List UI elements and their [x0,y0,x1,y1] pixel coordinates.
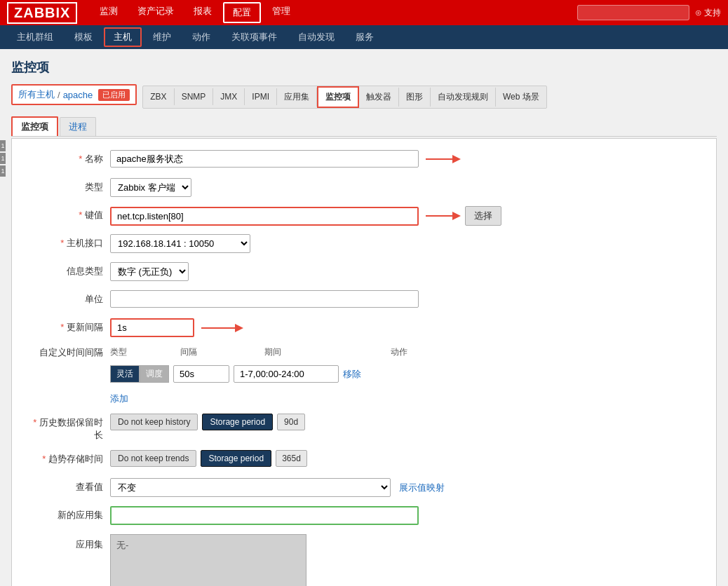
new-app-input[interactable] [110,506,419,525]
trends-value: 365d [276,450,307,467]
ci-header-period: 期间 [264,346,377,358]
ci-header-sep2 [250,346,264,358]
subtab-process[interactable]: 进程 [60,117,96,136]
interval-type-schedule[interactable]: 调度 [140,365,169,383]
custom-interval-add-container: 添加 [110,393,128,405]
zabbix-logo: ZABBIX [7,2,77,24]
valuemap-select[interactable]: 不变 [110,478,391,497]
nav-events[interactable]: 关联项事件 [222,27,287,47]
unit-label: 单位 [26,290,110,306]
tab-monitors[interactable]: 监控项 [317,86,359,108]
app-list-box: 无- [110,534,306,586]
left-ind-3: 1 [0,165,6,177]
nav-discovery[interactable]: 自动发现 [288,27,344,47]
trends-row: 趋势存储时间 Do not keep trends Storage period… [26,450,702,470]
history-row: 历史数据保留时长 Do not keep history Storage per… [26,414,702,442]
history-no-keep-button[interactable]: Do not keep history [110,414,198,430]
trends-storage-button[interactable]: Storage period [201,450,271,467]
ci-header-sep3 [377,346,391,358]
name-row: 名称 [26,150,702,170]
breadcrumb-all-hosts[interactable]: 所有主机 [18,88,55,101]
info-type-label: 信息类型 [26,262,110,278]
key-field: 选择 [110,206,702,226]
new-app-field [110,506,702,525]
top-nav-right: ⊙ 支持 [577,5,721,20]
tab-graphs[interactable]: 图形 [399,88,431,107]
interval-remove-button[interactable]: 移除 [343,368,361,381]
unit-field [110,290,702,308]
nav-item-admin[interactable]: 管理 [264,2,299,23]
trends-field: Do not keep trends Storage period 365d [110,450,702,467]
info-type-select[interactable]: 数字 (无正负) [110,262,189,281]
nav-hosts[interactable]: 主机 [104,27,142,47]
host-interface-select[interactable]: 192.168.18.141 : 10050 [110,234,250,253]
key-arrow-icon [426,209,461,223]
name-label: 名称 [26,150,110,165]
host-interface-label: 主机接口 [26,234,110,250]
nav-actions[interactable]: 动作 [182,27,220,47]
tab-jmx[interactable]: JMX [213,88,245,105]
nav-hostgroups[interactable]: 主机群组 [7,27,63,47]
tab-appsets[interactable]: 应用集 [277,88,317,107]
key-input[interactable] [110,207,419,226]
tab-triggers[interactable]: 触发器 [359,88,399,107]
unit-input[interactable] [110,290,419,308]
nav-services[interactable]: 服务 [346,27,384,47]
type-select[interactable]: Zabbix 客户端 [110,178,191,197]
subtabs-row: 监控项 进程 [11,116,717,137]
type-row: 类型 Zabbix 客户端 [26,178,702,198]
ci-header-type: 类型 [110,346,166,358]
interval-period-input[interactable] [234,365,339,383]
nav-item-config[interactable]: 配置 [223,2,261,23]
support-link[interactable]: ⊙ 支持 [695,7,721,19]
ci-header-sep1 [166,346,180,358]
type-field: Zabbix 客户端 [110,178,702,197]
interval-type-buttons: 灵活 调度 [110,365,169,383]
nav-item-monitor[interactable]: 监测 [91,2,126,23]
search-input[interactable] [577,5,689,20]
nav-maintenance[interactable]: 维护 [143,27,181,47]
interval-type-flexible[interactable]: 灵活 [110,365,140,383]
trends-no-keep-button[interactable]: Do not keep trends [110,450,196,467]
left-ind-2: 1 [0,153,6,164]
tab-zbx[interactable]: ZBX [143,88,174,105]
tab-snmp[interactable]: SNMP [175,88,214,105]
interval-value-input[interactable] [173,365,229,383]
page-title: 监控项 [11,59,717,76]
name-input[interactable] [110,150,419,168]
nav-item-reports[interactable]: 报表 [185,2,220,23]
custom-interval-data-row: 灵活 调度 移除 [110,365,361,383]
info-type-row: 信息类型 数字 (无正负) [26,262,702,282]
page-content: 监控项 所有主机 / apache 已启用 ZBX SNMP JMX IPMI … [0,49,728,586]
name-arrow-icon [426,152,461,166]
host-interface-row: 主机接口 192.168.18.141 : 10050 [26,234,702,254]
breadcrumb-separator: / [58,90,60,100]
second-navbar: 主机群组 模板 主机 维护 动作 关联项事件 自动发现 服务 [0,25,728,49]
tab-discovery[interactable]: 自动发现规则 [431,88,496,107]
tab-webscenario[interactable]: Web 场景 [496,88,546,107]
history-storage-button[interactable]: Storage period [202,414,273,430]
valuemap-label: 查看值 [26,478,110,493]
breadcrumb-host[interactable]: apache [63,90,93,100]
tab-ipmi[interactable]: IPMI [245,88,277,105]
subtab-monitors[interactable]: 监控项 [11,116,58,136]
nav-item-assets[interactable]: 资产记录 [129,2,182,23]
left-indicators: 1 1 1 [0,140,6,177]
top-navbar: ZABBIX 监测 资产记录 报表 配置 管理 ⊙ 支持 [0,0,728,25]
custom-interval-row: 自定义时间间隔 类型 间隔 期间 动作 灵活 调度 [26,346,702,405]
valuemap-field: 不变 展示值映射 [110,478,702,497]
valuemap-link[interactable]: 展示值映射 [399,482,445,494]
name-field [110,150,702,168]
app-field: 无- [110,534,702,586]
top-nav-items: 监测 资产记录 报表 配置 管理 [91,2,577,23]
breadcrumb-status: 已启用 [98,89,130,101]
update-interval-input[interactable] [110,318,194,337]
breadcrumb: 所有主机 / apache 已启用 [11,84,137,105]
key-select-button[interactable]: 选择 [465,206,501,226]
new-app-row: 新的应用集 [26,506,702,526]
key-label: 键值 [26,206,110,222]
update-interval-label: 更新间隔 [26,318,110,334]
nav-templates[interactable]: 模板 [65,27,102,47]
custom-interval-add-link[interactable]: 添加 [110,393,128,404]
custom-interval-field: 类型 间隔 期间 动作 灵活 调度 移除 [110,346,702,405]
